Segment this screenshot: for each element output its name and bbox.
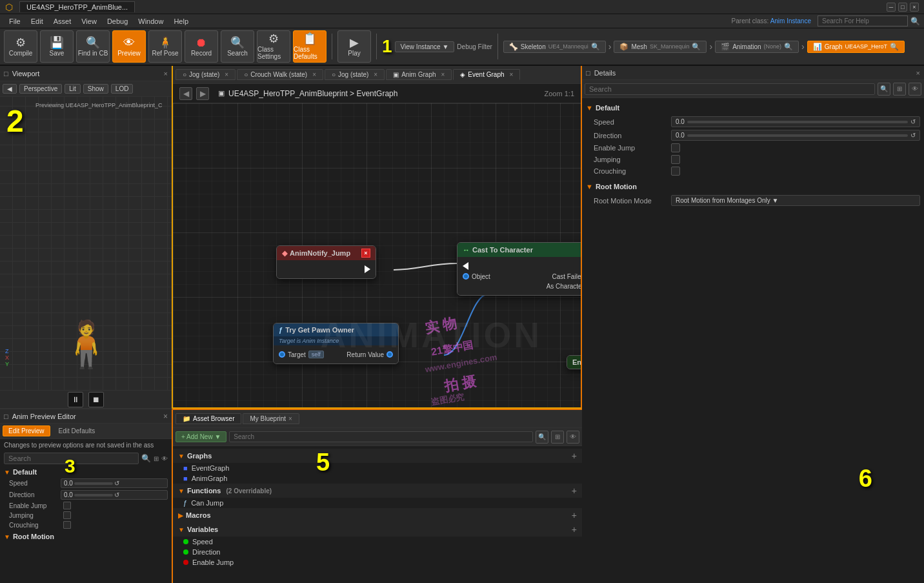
- jog-state-1-close[interactable]: ×: [225, 71, 228, 78]
- save-button[interactable]: 💾 Save: [40, 30, 74, 63]
- anim-notify-close-btn[interactable]: ×: [361, 249, 370, 258]
- menu-help[interactable]: Help: [168, 16, 194, 26]
- close-button[interactable]: ×: [910, 3, 919, 12]
- minimize-button[interactable]: ─: [887, 3, 896, 12]
- menu-edit[interactable]: Edit: [26, 16, 48, 26]
- lod-button[interactable]: LOD: [111, 84, 134, 94]
- grid-view-icon[interactable]: ⊞: [154, 455, 159, 462]
- root-motion-mode-dropdown[interactable]: Root Motion from Montages Only ▼: [671, 195, 920, 206]
- maximize-button[interactable]: □: [898, 3, 907, 12]
- speed-reset[interactable]: ↺: [114, 480, 119, 487]
- viewport-close[interactable]: ×: [164, 70, 168, 77]
- class-defaults-button[interactable]: 📋 Class Defaults: [293, 30, 326, 63]
- perspective-button[interactable]: Perspective: [19, 84, 62, 94]
- node-anim-notify-jump[interactable]: ◆ AnimNotify_Jump ×: [276, 245, 376, 279]
- variables-add-btn[interactable]: +: [572, 524, 577, 535]
- variables-header[interactable]: ▼ Variables +: [173, 522, 582, 537]
- speed-slider[interactable]: [74, 482, 113, 485]
- graphs-header[interactable]: ▼ Graphs +: [173, 449, 582, 463]
- event-graph-close[interactable]: ×: [510, 71, 514, 78]
- record-button[interactable]: ⏺ Record: [185, 30, 218, 63]
- view-instance-dropdown[interactable]: View Instance ▼: [395, 41, 455, 52]
- macros-header[interactable]: ▶ Macros +: [173, 508, 582, 522]
- search-button[interactable]: 🔍 Search: [221, 30, 254, 63]
- menu-view[interactable]: View: [76, 16, 102, 26]
- event-graph-item[interactable]: ■ EventGraph: [173, 463, 582, 473]
- pause-button[interactable]: ⏸: [68, 392, 83, 407]
- details-direction-value[interactable]: 0.0 ↺: [671, 130, 920, 141]
- graphs-add-btn[interactable]: +: [572, 451, 577, 461]
- can-jump-item[interactable]: ƒ Can Jump: [173, 498, 582, 508]
- details-enable-jump-checkbox[interactable]: [671, 143, 680, 152]
- direction-variable-item[interactable]: Direction: [173, 547, 582, 557]
- crouch-walk-close[interactable]: ×: [312, 71, 316, 78]
- anim-preview-close[interactable]: ×: [163, 412, 168, 421]
- breadcrumb-skeleton[interactable]: 🦴 Skeleton UE4_Mannequi 🔍: [503, 41, 606, 53]
- direction-slider[interactable]: [74, 494, 113, 496]
- graph-canvas[interactable]: ◆ AnimNotify_Jump ×: [173, 103, 581, 407]
- asset-browser-search[interactable]: [229, 431, 533, 442]
- enable-jump-variable-item[interactable]: Enable Jump: [173, 557, 582, 568]
- title-tab[interactable]: UE4ASP_HeroTPP_AnimBlue...: [19, 1, 135, 12]
- play-button[interactable]: ▶ Play: [337, 30, 371, 63]
- node-cast-to-character[interactable]: ↔ Cast To Character ×: [457, 242, 581, 296]
- tab-crouch-walk[interactable]: ○ Crouch Walk (state) ×: [237, 69, 323, 80]
- direction-reset[interactable]: ↺: [114, 491, 119, 498]
- crouching-checkbox[interactable]: [63, 521, 71, 529]
- asset-view-toggle[interactable]: ⊞: [551, 431, 564, 444]
- compile-button[interactable]: ⚙ Compile: [4, 30, 37, 63]
- speed-variable-item[interactable]: Speed: [173, 537, 582, 547]
- breadcrumb-mesh[interactable]: 📦 Mesh SK_Mannequin 🔍: [614, 41, 707, 53]
- asset-browser-tab[interactable]: 📁 Asset Browser: [176, 413, 241, 424]
- add-new-button[interactable]: + Add New ▼: [176, 431, 226, 442]
- asset-eye-btn[interactable]: 👁: [567, 431, 579, 444]
- eye-icon[interactable]: 👁: [161, 455, 168, 462]
- help-search-icon[interactable]: 🔍: [910, 17, 920, 26]
- menu-file[interactable]: File: [4, 16, 26, 26]
- tab-event-graph[interactable]: ◈ Event Graph ×: [453, 69, 520, 80]
- functions-header[interactable]: ▼ Functions (2 Overridable) +: [173, 484, 582, 498]
- show-button[interactable]: Show: [83, 84, 108, 94]
- edit-defaults-tab[interactable]: Edit Defaults: [53, 425, 101, 436]
- direction-value[interactable]: 0.0 ↺: [61, 490, 168, 500]
- tab-jog-state-2[interactable]: ○ Jog (state) ×: [325, 69, 385, 80]
- details-search-btn[interactable]: 🔍: [878, 83, 890, 96]
- ref-pose-button[interactable]: 🧍 Ref Pose: [148, 30, 182, 63]
- asset-search-icon-btn[interactable]: 🔍: [536, 431, 548, 444]
- menu-window[interactable]: Window: [133, 16, 168, 26]
- preview-button[interactable]: 👁 Preview: [112, 30, 146, 63]
- find-cb-button[interactable]: 🔍 Find in CB: [76, 30, 110, 63]
- details-speed-value[interactable]: 0.0 ↺: [671, 116, 920, 127]
- my-blueprint-close[interactable]: ×: [288, 415, 292, 422]
- details-direction-slider[interactable]: [687, 134, 908, 137]
- enable-jump-checkbox[interactable]: [63, 502, 71, 509]
- details-search[interactable]: [585, 83, 875, 95]
- macros-add-btn[interactable]: +: [572, 510, 577, 520]
- details-close[interactable]: ×: [916, 69, 920, 77]
- functions-add-btn[interactable]: +: [572, 486, 577, 496]
- details-jumping-checkbox[interactable]: [671, 155, 680, 164]
- lit-button[interactable]: Lit: [65, 84, 81, 94]
- details-eye-btn[interactable]: 👁: [909, 83, 921, 96]
- details-speed-reset[interactable]: ↺: [910, 118, 916, 125]
- edit-preview-tab[interactable]: Edit Preview: [3, 425, 50, 436]
- tab-jog-state-1[interactable]: ○ Jog (state) ×: [176, 69, 236, 80]
- jog-state-2-close[interactable]: ×: [374, 71, 377, 78]
- class-settings-button[interactable]: ⚙ Class Settings: [257, 30, 290, 63]
- anim-graph-close[interactable]: ×: [441, 71, 445, 78]
- node-enable-jump[interactable]: Enable Jump: [567, 355, 581, 369]
- breadcrumb-forward[interactable]: ▶: [196, 87, 209, 100]
- breadcrumb-back[interactable]: ◀: [179, 87, 192, 100]
- help-search-input[interactable]: [818, 15, 908, 26]
- menu-debug[interactable]: Debug: [102, 16, 133, 26]
- stop-button[interactable]: ⏹: [88, 392, 104, 407]
- menu-asset[interactable]: Asset: [48, 16, 77, 26]
- viewport-nav-left[interactable]: ◀: [3, 84, 17, 94]
- jumping-checkbox[interactable]: [63, 511, 71, 519]
- node-try-get-pawn-owner[interactable]: ƒ Try Get Pawn Owner Target is Anim Inst…: [273, 323, 399, 364]
- my-blueprint-tab[interactable]: My Blueprint ×: [243, 413, 299, 424]
- details-direction-reset[interactable]: ↺: [910, 132, 916, 139]
- tab-anim-graph[interactable]: ▣ Anim Graph ×: [386, 69, 452, 80]
- speed-value[interactable]: 0.0 ↺: [61, 478, 168, 488]
- details-speed-slider[interactable]: [687, 121, 908, 123]
